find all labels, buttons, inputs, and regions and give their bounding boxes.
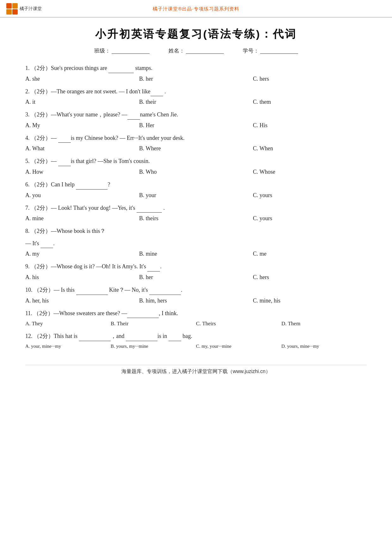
q2-option-b: B. their [139,99,253,105]
question-6-options: A. you B. your C. yours [25,192,367,199]
main-content: 小升初英语专题复习(语法专练)：代词 班级： 姓名： 学号： 1. （2分）Su… [0,17,392,388]
q8-option-a: A. my [25,251,139,257]
question-3-options: A. My B. Her C. His [25,122,367,129]
q4-option-a: A. What [25,145,139,152]
page-title: 小升初英语专题复习(语法专练)：代词 [25,27,367,41]
question-4: 4. （2分）— is my Chinese book? — Err···It'… [25,133,367,152]
name-field: 姓名： [168,47,224,54]
name-label: 姓名： [168,47,185,54]
q11-option-a: A. They [25,321,111,327]
q1-option-b: B. her [139,76,253,82]
question-3-text: 3. （2分）—What's your name，please? —name's… [25,110,367,120]
question-6: 6. （2分）Can I help ? A. you B. your C. yo… [25,180,367,199]
q12-option-c: C. my, your···mine [196,344,281,349]
id-input-line [260,48,298,54]
question-2: 2. （2分）—The oranges are not sweet. — I d… [25,87,367,106]
question-1-text: 1. （2分）Sue's precious things are stamps. [25,63,367,73]
id-field: 学号： [243,47,298,54]
name-input-line [186,48,224,54]
svg-rect-3 [12,9,18,15]
q8-option-c: C. me [253,251,367,257]
question-9-text: 9. （2分）—Whose dog is it? —Oh! It is Amy'… [25,262,367,271]
logo-text: 橘子汁课堂 [20,6,42,12]
q11-option-c: C. Theirs [196,321,281,327]
question-6-text: 6. （2分）Can I help ? [25,180,367,190]
question-11-options: A. They B. Their C. Theirs D. Them [25,321,367,327]
question-7-options: A. mine B. theirs C. yours [25,215,367,222]
question-3: 3. （2分）—What's your name，please? —name's… [25,110,367,129]
question-12-options: A. your, mine···my B. yours, my···mine C… [25,344,367,349]
header-center-title: 橘子汁课堂®出品·专项练习题系列资料 [153,6,239,12]
svg-rect-1 [12,3,18,9]
q12-option-b: B. yours, my···mine [111,344,196,349]
q12-option-d: D. yours, mine···my [281,344,367,349]
q4-option-b: B. Where [139,145,253,152]
q7-option-a: A. mine [25,215,139,222]
q6-option-b: B. your [139,192,253,199]
q10-option-b: B. him, hers [139,297,253,304]
id-label: 学号： [243,47,259,54]
question-4-options: A. What B. Where C. When [25,145,367,152]
q7-option-c: C. yours [253,215,367,222]
q9-option-c: C. hers [253,274,367,281]
question-8-text: 8. （2分）—Whose book is this？ [25,226,367,236]
q2-option-c: C. them [253,99,367,105]
q9-option-a: A. his [25,274,139,281]
logo-block: 橘子汁课堂 [6,3,42,15]
question-2-text: 2. （2分）—The oranges are not sweet. — I d… [25,87,367,97]
q11-option-b: B. Their [111,321,196,327]
question-1-options: A. she B. her C. hers [25,76,367,82]
question-7-text: 7. （2分）— Look! That's your dog! —Yes, it… [25,203,367,213]
q3-option-b: B. Her [139,122,253,129]
q2-option-a: A. it [25,99,139,105]
question-5-options: A. How B. Who C. Whose [25,169,367,175]
question-11: 11. （2分）—Whose sweaters are these? —, I … [25,309,367,327]
q5-option-a: A. How [25,169,139,175]
page-footer: 海量题库、专项训练，进入橘子汁课堂官网下载（www.juzizhi.cn） [25,365,367,375]
q12-option-a: A. your, mine···my [25,344,111,349]
question-12: 12. （2分）This hat is ，and is in bag. A. y… [25,331,367,349]
question-5: 5. （2分）— is that girl? —She is Tom's cou… [25,156,367,175]
question-9-options: A. his B. her C. hers [25,274,367,281]
q4-option-c: C. When [253,145,367,152]
question-8: 8. （2分）—Whose book is this？ — It's . A. … [25,226,367,257]
svg-rect-2 [6,9,12,15]
class-label: 班级： [94,47,110,54]
q5-option-c: C. Whose [253,169,367,175]
q8-option-b: B. mine [139,251,253,257]
q1-option-a: A. she [25,76,139,82]
page-header: 橘子汁课堂 橘子汁课堂®出品·专项练习题系列资料 [0,0,392,17]
question-11-text: 11. （2分）—Whose sweaters are these? —, I … [25,309,367,318]
question-10-options: A. her, his B. him, hers C. mine, his [25,297,367,304]
q3-option-c: C. His [253,122,367,129]
q3-option-a: A. My [25,122,139,129]
question-2-options: A. it B. their C. them [25,99,367,105]
logo-icon [6,3,18,15]
class-input-line [112,48,150,54]
q11-option-d: D. Them [281,321,367,327]
question-7: 7. （2分）— Look! That's your dog! —Yes, it… [25,203,367,222]
question-4-text: 4. （2分）— is my Chinese book? — Err···It'… [25,133,367,143]
q6-option-c: C. yours [253,192,367,199]
q10-option-a: A. her, his [25,297,139,304]
question-12-text: 12. （2分）This hat is ，and is in bag. [25,331,367,341]
student-info: 班级： 姓名： 学号： [25,47,367,54]
question-5-text: 5. （2分）— is that girl? —She is Tom's cou… [25,156,367,166]
q5-option-b: B. Who [139,169,253,175]
class-field: 班级： [94,47,150,54]
q10-option-c: C. mine, his [253,297,367,304]
question-1: 1. （2分）Sue's precious things are stamps.… [25,63,367,82]
q7-option-b: B. theirs [139,215,253,222]
q1-option-c: C. hers [253,76,367,82]
q6-option-a: A. you [25,192,139,199]
question-8-text2: — It's . [25,239,367,248]
footer-text: 海量题库、专项训练，进入橘子汁课堂官网下载（www.juzizhi.cn） [121,369,271,374]
question-8-options: A. my B. mine C. me [25,251,367,257]
q9-option-b: B. her [139,274,253,281]
question-9: 9. （2分）—Whose dog is it? —Oh! It is Amy'… [25,262,367,281]
svg-rect-0 [6,3,12,9]
question-10-text: 10. （2分）— Is this Kite？— No, it's . [25,285,367,295]
question-10: 10. （2分）— Is this Kite？— No, it's . A. h… [25,285,367,304]
